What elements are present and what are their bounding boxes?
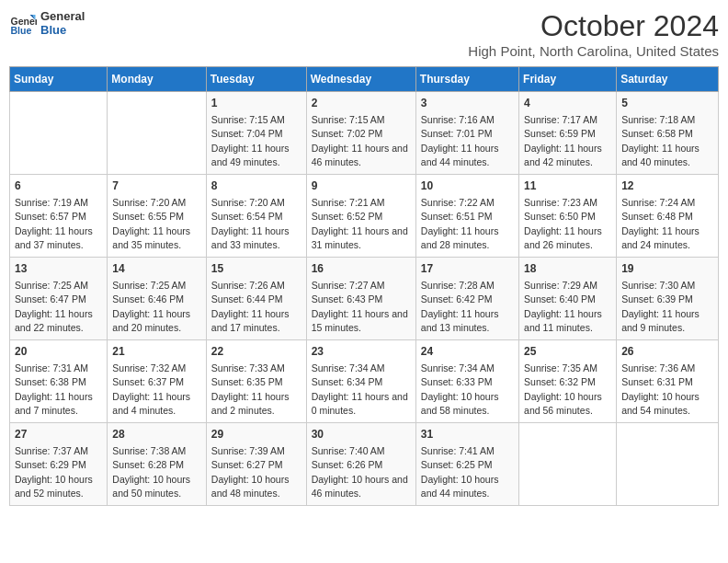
calendar-cell: 16Sunrise: 7:27 AMSunset: 6:43 PMDayligh… — [306, 258, 415, 340]
day-number: 3 — [421, 96, 514, 111]
calendar-cell: 27Sunrise: 7:37 AMSunset: 6:29 PMDayligh… — [10, 423, 108, 506]
calendar-cell: 17Sunrise: 7:28 AMSunset: 6:42 PMDayligh… — [415, 258, 518, 340]
day-info: Sunrise: 7:24 AMSunset: 6:48 PMDaylight:… — [621, 197, 700, 250]
calendar-cell: 1Sunrise: 7:15 AMSunset: 7:04 PMDaylight… — [206, 92, 306, 175]
day-info: Sunrise: 7:25 AMSunset: 6:46 PMDaylight:… — [112, 280, 190, 333]
day-number: 1 — [211, 96, 301, 111]
day-info: Sunrise: 7:33 AMSunset: 6:35 PMDaylight:… — [211, 362, 290, 416]
day-number: 7 — [112, 178, 200, 194]
calendar-cell: 28Sunrise: 7:38 AMSunset: 6:28 PMDayligh… — [108, 423, 206, 506]
day-info: Sunrise: 7:22 AMSunset: 6:51 PMDaylight:… — [421, 197, 499, 250]
calendar-cell: 10Sunrise: 7:22 AMSunset: 6:51 PMDayligh… — [415, 175, 518, 258]
calendar-week-row: 6Sunrise: 7:19 AMSunset: 6:57 PMDaylight… — [10, 175, 719, 258]
day-number: 21 — [112, 344, 200, 360]
logo-icon: General Blue — [9, 9, 37, 37]
logo-blue: Blue — [40, 23, 85, 37]
day-info: Sunrise: 7:35 AMSunset: 6:32 PMDaylight:… — [524, 362, 602, 416]
calendar-cell: 19Sunrise: 7:30 AMSunset: 6:39 PMDayligh… — [617, 258, 719, 340]
page-title: October 2024 — [468, 9, 719, 43]
calendar-cell: 8Sunrise: 7:20 AMSunset: 6:54 PMDaylight… — [206, 175, 306, 258]
calendar-cell: 25Sunrise: 7:35 AMSunset: 6:32 PMDayligh… — [519, 340, 617, 423]
day-info: Sunrise: 7:15 AMSunset: 7:02 PMDaylight:… — [312, 114, 408, 167]
day-info: Sunrise: 7:36 AMSunset: 6:31 PMDaylight:… — [621, 362, 700, 416]
day-info: Sunrise: 7:32 AMSunset: 6:37 PMDaylight:… — [112, 362, 190, 416]
column-header-saturday: Saturday — [617, 67, 719, 92]
day-number: 26 — [621, 344, 713, 360]
calendar-cell — [10, 92, 108, 175]
calendar-week-row: 27Sunrise: 7:37 AMSunset: 6:29 PMDayligh… — [10, 423, 719, 506]
day-info: Sunrise: 7:31 AMSunset: 6:38 PMDaylight:… — [15, 362, 93, 416]
calendar-week-row: 20Sunrise: 7:31 AMSunset: 6:38 PMDayligh… — [10, 340, 719, 423]
day-info: Sunrise: 7:28 AMSunset: 6:42 PMDaylight:… — [421, 280, 499, 333]
calendar-cell: 24Sunrise: 7:34 AMSunset: 6:33 PMDayligh… — [415, 340, 518, 423]
column-header-friday: Friday — [519, 67, 617, 92]
day-number: 29 — [211, 427, 301, 442]
day-number: 28 — [112, 427, 200, 442]
calendar-cell: 6Sunrise: 7:19 AMSunset: 6:57 PMDaylight… — [10, 175, 108, 258]
calendar-cell: 20Sunrise: 7:31 AMSunset: 6:38 PMDayligh… — [10, 340, 108, 423]
day-info: Sunrise: 7:41 AMSunset: 6:25 PMDaylight:… — [421, 445, 499, 499]
calendar-cell: 11Sunrise: 7:23 AMSunset: 6:50 PMDayligh… — [519, 175, 617, 258]
day-number: 14 — [112, 261, 200, 277]
column-header-tuesday: Tuesday — [206, 67, 306, 92]
column-header-thursday: Thursday — [415, 67, 518, 92]
day-number: 20 — [15, 344, 102, 360]
calendar-cell: 2Sunrise: 7:15 AMSunset: 7:02 PMDaylight… — [306, 92, 415, 175]
day-number: 9 — [312, 178, 411, 194]
day-info: Sunrise: 7:39 AMSunset: 6:27 PMDaylight:… — [211, 445, 290, 499]
calendar-cell: 14Sunrise: 7:25 AMSunset: 6:46 PMDayligh… — [108, 258, 206, 340]
day-number: 2 — [312, 96, 411, 111]
day-info: Sunrise: 7:18 AMSunset: 6:58 PMDaylight:… — [621, 114, 700, 167]
day-number: 19 — [621, 261, 713, 277]
day-info: Sunrise: 7:20 AMSunset: 6:55 PMDaylight:… — [112, 197, 190, 250]
day-number: 17 — [421, 261, 514, 277]
day-info: Sunrise: 7:27 AMSunset: 6:43 PMDaylight:… — [312, 280, 408, 333]
day-number: 22 — [211, 344, 301, 360]
day-number: 23 — [312, 344, 411, 360]
calendar-cell: 21Sunrise: 7:32 AMSunset: 6:37 PMDayligh… — [108, 340, 206, 423]
calendar-cell: 9Sunrise: 7:21 AMSunset: 6:52 PMDaylight… — [306, 175, 415, 258]
day-info: Sunrise: 7:19 AMSunset: 6:57 PMDaylight:… — [15, 197, 93, 250]
calendar-header-row: SundayMondayTuesdayWednesdayThursdayFrid… — [10, 67, 719, 92]
calendar-cell: 29Sunrise: 7:39 AMSunset: 6:27 PMDayligh… — [206, 423, 306, 506]
page-header: General Blue General Blue October 2024 H… — [9, 9, 719, 59]
calendar-cell: 7Sunrise: 7:20 AMSunset: 6:55 PMDaylight… — [108, 175, 206, 258]
svg-text:Blue: Blue — [11, 25, 32, 36]
day-info: Sunrise: 7:15 AMSunset: 7:04 PMDaylight:… — [211, 114, 290, 167]
logo: General Blue General Blue — [9, 9, 85, 37]
day-number: 6 — [15, 178, 102, 194]
calendar-cell: 5Sunrise: 7:18 AMSunset: 6:58 PMDaylight… — [617, 92, 719, 175]
day-number: 24 — [421, 344, 514, 360]
calendar-cell — [617, 423, 719, 506]
calendar-cell: 3Sunrise: 7:16 AMSunset: 7:01 PMDaylight… — [415, 92, 518, 175]
day-info: Sunrise: 7:23 AMSunset: 6:50 PMDaylight:… — [524, 197, 602, 250]
day-info: Sunrise: 7:17 AMSunset: 6:59 PMDaylight:… — [524, 114, 602, 167]
day-number: 15 — [211, 261, 301, 277]
day-number: 18 — [524, 261, 611, 277]
day-info: Sunrise: 7:40 AMSunset: 6:26 PMDaylight:… — [312, 445, 408, 499]
day-number: 12 — [621, 178, 713, 194]
day-number: 13 — [15, 261, 102, 277]
day-info: Sunrise: 7:38 AMSunset: 6:28 PMDaylight:… — [112, 445, 190, 499]
calendar-cell: 22Sunrise: 7:33 AMSunset: 6:35 PMDayligh… — [206, 340, 306, 423]
calendar-cell: 12Sunrise: 7:24 AMSunset: 6:48 PMDayligh… — [617, 175, 719, 258]
calendar-week-row: 13Sunrise: 7:25 AMSunset: 6:47 PMDayligh… — [10, 258, 719, 340]
calendar-cell: 13Sunrise: 7:25 AMSunset: 6:47 PMDayligh… — [10, 258, 108, 340]
day-info: Sunrise: 7:26 AMSunset: 6:44 PMDaylight:… — [211, 280, 290, 333]
calendar-table: SundayMondayTuesdayWednesdayThursdayFrid… — [9, 66, 719, 506]
day-info: Sunrise: 7:16 AMSunset: 7:01 PMDaylight:… — [421, 114, 499, 167]
day-number: 5 — [621, 96, 713, 111]
calendar-cell: 23Sunrise: 7:34 AMSunset: 6:34 PMDayligh… — [306, 340, 415, 423]
day-number: 30 — [312, 427, 411, 442]
column-header-monday: Monday — [108, 67, 206, 92]
calendar-cell: 18Sunrise: 7:29 AMSunset: 6:40 PMDayligh… — [519, 258, 617, 340]
day-info: Sunrise: 7:30 AMSunset: 6:39 PMDaylight:… — [621, 280, 700, 333]
day-info: Sunrise: 7:20 AMSunset: 6:54 PMDaylight:… — [211, 197, 290, 250]
page-subtitle: High Point, North Carolina, United State… — [468, 43, 719, 59]
day-number: 27 — [15, 427, 102, 442]
day-number: 16 — [312, 261, 411, 277]
calendar-cell — [108, 92, 206, 175]
calendar-week-row: 1Sunrise: 7:15 AMSunset: 7:04 PMDaylight… — [10, 92, 719, 175]
calendar-cell: 31Sunrise: 7:41 AMSunset: 6:25 PMDayligh… — [415, 423, 518, 506]
day-info: Sunrise: 7:25 AMSunset: 6:47 PMDaylight:… — [15, 280, 93, 333]
